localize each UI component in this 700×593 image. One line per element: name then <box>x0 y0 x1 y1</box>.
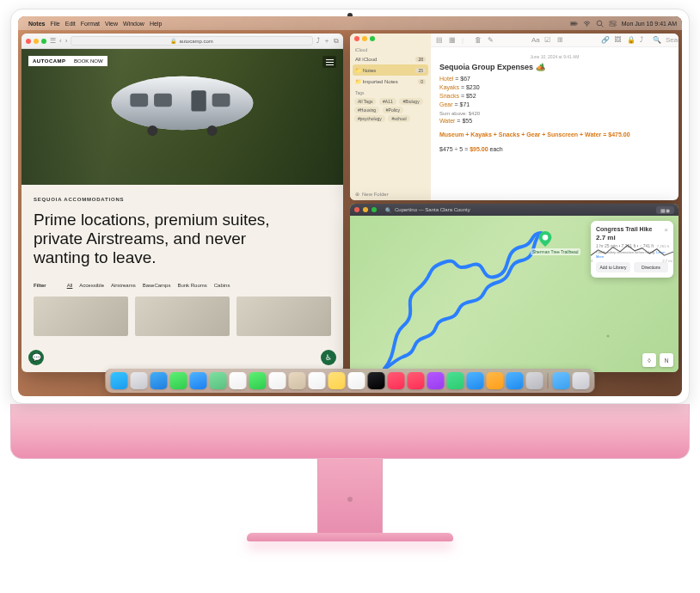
filter-basecamps[interactable]: BaseCamps <box>143 283 171 288</box>
dock-settings-icon[interactable] <box>526 372 543 389</box>
grid-view-icon[interactable]: ▦ <box>449 36 457 44</box>
dock-numbers-icon[interactable] <box>447 372 464 389</box>
dock-maps-icon[interactable] <box>210 372 227 389</box>
dock-freeform-icon[interactable] <box>348 372 365 389</box>
hamburger-icon[interactable] <box>322 56 336 68</box>
dock-finder-icon[interactable] <box>111 372 128 389</box>
tag[interactable]: #A11 <box>379 98 396 105</box>
tabs-icon[interactable]: ⧉ <box>334 37 339 46</box>
dock-podcasts-icon[interactable] <box>427 372 445 389</box>
sidebar-icon[interactable]: ☰ <box>50 37 56 45</box>
tag[interactable]: #Housing <box>354 107 379 113</box>
tag[interactable]: #Policy <box>383 107 403 113</box>
sidebar-notes-folder[interactable]: 📁 Notes25 <box>353 64 428 76</box>
dock-appstore-icon[interactable] <box>507 372 524 389</box>
battery-icon[interactable] <box>570 20 578 28</box>
new-tab-icon[interactable]: ＋ <box>323 36 330 46</box>
control-center-icon[interactable] <box>609 20 617 28</box>
map-pin[interactable] <box>537 231 553 247</box>
dock-downloads-icon[interactable] <box>553 372 570 389</box>
dock-messages-icon[interactable] <box>170 372 187 389</box>
dock-launchpad-icon[interactable] <box>131 372 148 389</box>
search-icon[interactable] <box>596 20 604 28</box>
address-bar[interactable]: 🔒autocamp.com <box>71 36 313 46</box>
menu-edit[interactable]: Edit <box>65 21 76 27</box>
photo-icon[interactable]: 🖼 <box>614 36 622 44</box>
tag[interactable]: All Tags <box>354 98 376 105</box>
minimize-button[interactable] <box>34 39 39 44</box>
filter-accessible[interactable]: Accessible <box>79 283 104 288</box>
note-content[interactable]: June 10, 2024 at 9:41 AM Sequoia Group E… <box>431 47 679 161</box>
list-view-icon[interactable]: ▤ <box>436 36 444 44</box>
close-button[interactable] <box>26 39 31 44</box>
tags-header: Tags <box>350 87 431 97</box>
menu-window[interactable]: Window <box>123 21 144 27</box>
dock-keynote-icon[interactable] <box>467 372 484 389</box>
share-icon[interactable]: ⤴ <box>640 36 648 44</box>
checklist-icon[interactable]: ☑ <box>544 36 552 44</box>
tag[interactable]: #psychology <box>354 115 385 122</box>
map-3d-toggle[interactable]: ◊ <box>642 353 656 367</box>
zoom-button[interactable] <box>370 36 375 41</box>
dock-tv-icon[interactable] <box>368 372 385 389</box>
book-now-button[interactable]: BOOK NOW <box>70 56 107 66</box>
lock-icon[interactable]: 🔒 <box>627 36 635 44</box>
tag[interactable]: #school <box>388 115 409 122</box>
search-icon[interactable]: 🔍 <box>653 36 660 44</box>
accessibility-button[interactable]: ♿︎ <box>321 350 336 365</box>
menubar-clock[interactable]: Mon Jun 10 9:41 AM <box>622 21 677 27</box>
close-button[interactable] <box>354 207 359 212</box>
dock-music-icon[interactable] <box>388 372 405 389</box>
new-folder-button[interactable]: ⊕New Folder <box>350 187 431 200</box>
share-icon[interactable]: ⤴ <box>316 37 320 45</box>
dock-notes-icon[interactable] <box>329 372 346 389</box>
menu-file[interactable]: File <box>50 21 59 27</box>
tag[interactable]: #Biology <box>399 98 422 105</box>
dock-news-icon[interactable] <box>408 372 425 389</box>
dock-mail-icon[interactable] <box>190 372 207 389</box>
dock-calendar-icon[interactable] <box>269 372 286 389</box>
listing-card[interactable] <box>34 296 128 336</box>
map-canvas[interactable]: Sherman Tree Trailhead × Congress Trail … <box>350 216 679 372</box>
dock-contacts-icon[interactable] <box>289 372 306 389</box>
menu-view[interactable]: View <box>105 21 118 27</box>
sidebar-imported[interactable]: 📁 Imported Notes0 <box>350 76 431 87</box>
listing-card[interactable] <box>236 296 331 336</box>
back-icon[interactable]: ‹ <box>59 37 62 45</box>
map-mode-icon[interactable]: ▦◉ <box>656 206 674 214</box>
dock-safari-icon[interactable] <box>150 372 168 389</box>
dock-facetime-icon[interactable] <box>249 372 267 389</box>
minimize-button[interactable] <box>363 207 368 212</box>
menubar-app-name[interactable]: Notes <box>28 21 45 27</box>
menu-help[interactable]: Help <box>150 21 162 27</box>
chat-button[interactable]: 💬 <box>28 350 44 365</box>
compose-icon[interactable]: ✎ <box>488 36 495 44</box>
zoom-button[interactable] <box>41 39 46 44</box>
dock-photos-icon[interactable] <box>230 372 247 389</box>
zoom-button[interactable] <box>371 207 377 212</box>
listing-card[interactable] <box>135 296 230 336</box>
close-button[interactable] <box>354 36 359 41</box>
link-icon[interactable]: 🔗 <box>601 36 609 44</box>
page-body: SEQUOIA ACCOMMODATIONS Prime locations, … <box>21 185 343 336</box>
maps-search[interactable]: Cupertino — Santa Clara County <box>395 207 470 212</box>
svg-text:2.7 mi: 2.7 mi <box>662 259 672 263</box>
dock-reminders-icon[interactable] <box>309 372 326 389</box>
wifi-icon[interactable] <box>583 20 591 28</box>
filter-all[interactable]: All <box>67 283 73 288</box>
menu-format[interactable]: Format <box>81 21 100 27</box>
search-field[interactable]: Search <box>666 36 673 44</box>
filter-cabins[interactable]: Cabins <box>214 283 230 288</box>
dock-pages-icon[interactable] <box>487 372 504 389</box>
delete-icon[interactable]: 🗑 <box>475 36 482 44</box>
filter-airstreams[interactable]: Airstreams <box>111 283 136 288</box>
format-icon[interactable]: Aa <box>531 36 539 44</box>
table-icon[interactable]: ⊞ <box>557 36 565 44</box>
forward-icon[interactable]: › <box>65 37 68 45</box>
dock-trash-icon[interactable] <box>573 372 590 389</box>
filter-bunkrooms[interactable]: Bunk Rooms <box>177 283 206 288</box>
site-logo[interactable]: AUTOCAMP <box>28 56 71 66</box>
sidebar-all-icloud[interactable]: All iCloud28 <box>350 54 431 64</box>
minimize-button[interactable] <box>362 36 367 41</box>
map-compass[interactable]: N <box>660 353 673 367</box>
